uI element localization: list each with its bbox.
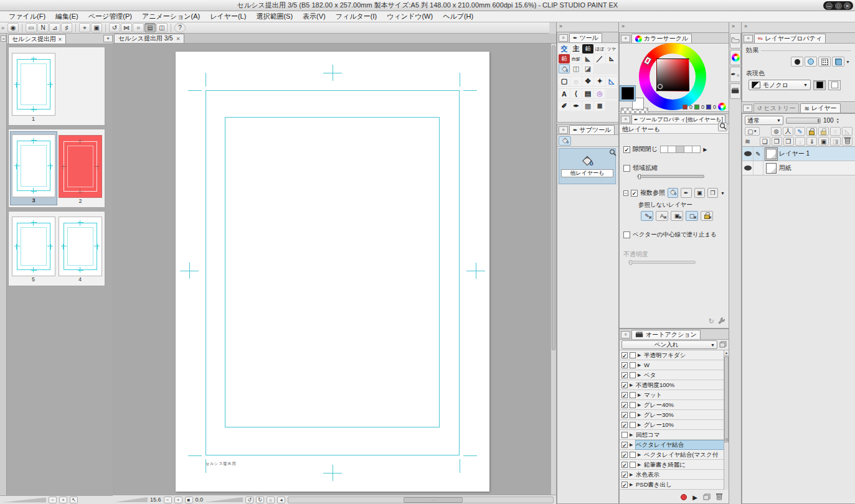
snap-to-special-ruler-icon[interactable]: ⊿ [49,23,60,32]
history-tab[interactable]: ↺ ヒストリー [753,103,799,113]
page-cell-2[interactable]: 2 [57,131,103,205]
auto-action-scrollbar[interactable]: ▲ [724,350,729,490]
auto-action-panel-icon[interactable] [730,83,741,99]
tool-auto-select[interactable]: ✦ [594,77,605,86]
action-dialog-checkbox[interactable] [630,462,636,468]
tool-spiral[interactable]: ◎ [594,89,605,98]
new-vector-layer-icon[interactable]: ❐ [772,137,782,146]
tool-eyedropper[interactable]: ✒ [570,101,582,111]
menu-item-1[interactable]: 編集(E) [50,11,83,22]
action-enabled-checkbox[interactable]: ✓ [621,442,628,448]
expand-area-checkbox[interactable] [623,165,630,172]
exclude-locked-button[interactable]: ✕ [701,211,713,221]
layer-thumbnail[interactable] [766,163,777,174]
scrollbar-thumb[interactable] [552,45,555,350]
tool-saturated-lines[interactable]: ≣ [594,101,605,111]
expand-triangle-icon[interactable]: ▶ [630,482,634,487]
action-label[interactable]: ベクタレイヤ結合(マスク付 [644,450,725,459]
dock-expand-chevron[interactable]: » [557,22,618,32]
snap-to-grid-icon[interactable]: ♯ [61,23,72,32]
chevron-down-icon[interactable]: ▼ [720,191,725,195]
foreground-color-swatch[interactable] [621,87,634,100]
trim-mark-icon[interactable]: ⌖ [79,23,90,32]
sv-selector[interactable] [658,84,663,89]
tool-tab[interactable]: ✒ ツール [569,33,602,42]
expand-triangle-icon[interactable]: ▶ [638,452,642,457]
page-cell-1[interactable]: 1 [10,49,57,123]
rotate-right-icon[interactable]: ↻ [256,497,264,503]
close-gap-expand-icon[interactable]: ▶ [703,147,707,152]
draw-white-toggle[interactable] [828,80,841,90]
expand-triangle-icon[interactable]: ▶ [630,442,634,447]
action-dialog-checkbox[interactable] [630,402,636,408]
wrench-icon[interactable] [718,317,725,325]
maximize-button[interactable]: □ [835,2,842,9]
menu-item-5[interactable]: 選択範囲(S) [251,11,298,22]
flip-view-icon[interactable]: ⋈ [121,23,132,32]
auto-action-row-11[interactable]: ✓▶鉛筆書き綺麗に [620,460,725,470]
extract-line-icon[interactable] [832,57,844,67]
action-enabled-checkbox[interactable]: ✓ [621,362,628,368]
auto-action-row-5[interactable]: ✓▶グレー40% [620,400,725,410]
layer-color-icon[interactable] [805,57,817,67]
opacity-spinner[interactable]: ▲▼ [836,118,839,124]
close-gap-checkbox[interactable]: ✓ [623,146,630,153]
fit-to-screen-icon[interactable]: ■ [185,497,193,503]
color-circle-tab[interactable]: カラーサークル [631,34,692,43]
panel-menu-icon[interactable]: ≡ [743,105,752,112]
page-thumbnail-2[interactable] [59,135,102,198]
action-label[interactable]: 水色表示 [636,470,725,479]
tool-material[interactable]: ◪ [582,64,593,73]
close-button[interactable]: ✕ [844,2,851,9]
zoom-out-icon[interactable]: − [164,497,172,503]
tool-hobo[interactable]: ほぼ [594,44,605,54]
layer-opacity-slider[interactable] [786,118,821,124]
expand-area-slider[interactable] [637,175,704,178]
action-dialog-checkbox[interactable] [630,412,636,418]
page-thumbnail-3[interactable] [12,134,55,197]
menu-item-4[interactable]: レイヤー(L) [205,11,251,22]
exclude-selection-button[interactable]: ▣✕ [671,211,683,221]
document-tab[interactable]: セルシス提出用 3/5 ✕ [114,34,184,43]
tool-lasso[interactable]: ◌ [570,77,582,86]
mask-area-icon[interactable]: ⊜ [771,127,782,136]
toolbar-overflow-chevron[interactable]: » [1,25,4,31]
new-document-icon[interactable]: ▭ [26,23,37,32]
tool-pencil-red[interactable]: 鉛 [559,54,570,63]
color-wheel-icon[interactable] [718,103,726,111]
collapse-icon[interactable]: − [623,190,628,196]
action-dialog-checkbox[interactable] [630,452,636,458]
action-dialog-checkbox[interactable] [630,362,636,368]
expand-triangle-icon[interactable]: ▶ [630,472,634,477]
layer-row-1[interactable]: 用紙 [742,161,855,175]
draw-on-layer-icon[interactable]: ✎ [795,127,805,136]
expand-triangle-icon[interactable]: ▶ [630,432,634,437]
action-enabled-checkbox[interactable]: ✓ [621,412,628,418]
clip-studio-home-icon[interactable]: ◉ [7,23,19,32]
action-enabled-checkbox[interactable]: ✓ [621,392,628,398]
lock-layer-icon[interactable] [806,127,817,136]
play-action-icon[interactable]: ▶ [692,494,697,501]
action-label[interactable]: 鉛筆書き綺麗に [644,460,725,469]
dock-expand-chevron[interactable]: » [729,22,741,32]
reset-settings-icon[interactable]: ↻ [709,317,714,325]
page-thumbnail-5[interactable] [12,217,55,276]
draw-black-toggle[interactable] [813,80,826,90]
action-enabled-checkbox[interactable]: ✓ [621,482,628,488]
blend-mode-dropdown[interactable]: 通常 ▼ [745,116,783,125]
tool-curve[interactable]: ⟨ [570,89,582,98]
tool-dark-pen[interactable]: 鉛 [582,44,593,54]
dock-expand-chevron[interactable]: » [619,22,729,32]
canvas-viewport[interactable]: セルシス提出用 [113,44,550,495]
menu-item-8[interactable]: ウィンドウ(W) [382,11,438,22]
page-cell-5[interactable]: 5 [10,213,57,284]
auto-action-row-13[interactable]: ✓▶PSD書き出し [620,480,725,490]
expand-triangle-icon[interactable]: ▶ [638,393,642,398]
tool-line[interactable]: ／ [594,54,605,63]
new-action-icon[interactable] [703,493,711,502]
layer-property-tab[interactable]: ✎ レイヤープロパティ [754,34,826,43]
action-label[interactable]: グレー30% [644,411,725,419]
ref-selection-button[interactable]: ▣ [694,188,705,198]
action-enabled-checkbox[interactable]: ✓ [621,472,628,478]
page-thumbnail-1[interactable] [12,53,55,116]
